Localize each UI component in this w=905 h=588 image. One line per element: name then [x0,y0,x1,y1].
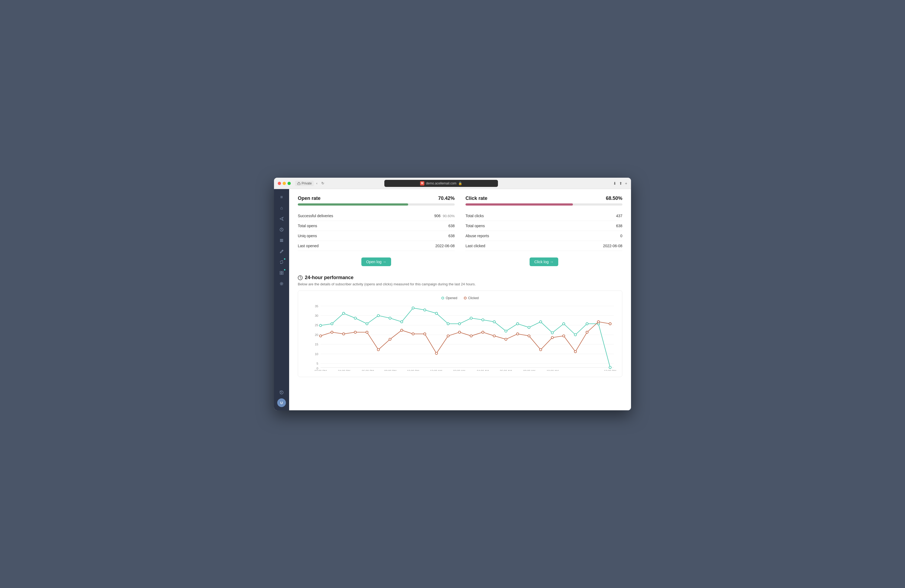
avatar[interactable]: U [277,398,286,407]
svg-rect-0 [297,183,300,185]
deliveries-value: 906 90.60% [434,214,455,218]
sidebar-item-settings[interactable] [277,279,286,289]
opened-dot [470,317,472,319]
open-rate-bar [298,203,408,205]
gear-icon [279,281,284,286]
last-opened-label: Last opened [298,244,319,248]
sidebar-item-automations[interactable] [277,225,286,235]
private-badge: Private [295,181,314,186]
open-rate-row-last-opened: Last opened 2022-06-08 [298,241,455,251]
open-rate-title: Open rate [298,195,321,201]
fullscreen-button[interactable] [287,182,291,185]
svg-text:12:00 AM: 12:00 AM [430,370,442,371]
browser-actions: ⬇ ⬆ + [613,181,627,186]
open-rate-row-total-opens: Total opens 638 [298,221,455,231]
stats-grid: Open rate 70.42% Successful deliveries 9… [298,195,622,266]
sidebar-item-lists[interactable] [277,235,286,245]
opened-dot [540,321,542,323]
click-rate-row-total-clicks: Total clicks 437 [465,211,622,221]
app-body: ≡ ⌂ [274,189,631,410]
clicked-dot [459,331,460,333]
svg-rect-4 [280,241,283,242]
open-rate-row-uniq-opens: Uniq opens 638 [298,231,455,241]
opened-legend-dot [441,297,444,299]
svg-rect-2 [280,239,283,240]
svg-text:08:00 AM: 08:00 AM [523,370,535,371]
perf-header: 24-hour performance [298,275,622,280]
svg-text:06:00 AM: 06:00 AM [500,370,512,371]
browser-bar: Private ‹ ↻ M demo.acellemail.com 🔒 ⬇ ⬆ … [274,178,631,189]
clicked-dot [447,335,449,337]
opened-dot [435,312,437,314]
sidebar-item-reports[interactable] [277,268,286,278]
refresh-button[interactable]: ↻ [320,181,325,186]
svg-text:04:00 AM: 04:00 AM [477,370,489,371]
opened-dot [609,366,611,369]
click-total-opens-label: Total opens [465,224,485,228]
sidebar-item-home[interactable]: ⌂ [277,203,286,213]
sidebar-item-sync[interactable] [277,257,286,267]
abuse-reports-value: 0 [620,234,622,238]
clicked-dot [586,331,588,333]
back-button[interactable]: ‹ [315,181,319,186]
svg-text:0: 0 [316,367,318,370]
svg-rect-3 [280,240,283,241]
svg-rect-6 [282,271,283,273]
clicked-dot [470,335,472,337]
svg-text:35: 35 [315,305,318,308]
history-icon [279,390,284,395]
svg-rect-8 [282,273,283,275]
svg-rect-5 [280,271,281,273]
clicked-dot [505,338,507,340]
total-opens-label: Total opens [298,224,317,228]
clicked-dot [343,333,345,335]
open-rate-header: Open rate 70.42% [298,195,455,201]
open-rate-bar-container [298,203,455,205]
sidebar-item-campaigns[interactable] [277,214,286,224]
sidebar-item-history[interactable] [277,388,286,397]
address-bar[interactable]: M demo.acellemail.com 🔒 [384,180,498,187]
open-log-button[interactable]: Open log → [361,257,391,266]
open-log-container: Open log → [298,253,455,266]
browser-window: Private ‹ ↻ M demo.acellemail.com 🔒 ⬇ ⬆ … [274,178,631,410]
svg-text:06:00 PM: 06:00 PM [362,370,374,371]
sidebar: ≡ ⌂ [274,189,289,410]
clicked-dot [493,335,495,337]
opened-dot [482,319,484,321]
svg-text:30: 30 [315,314,318,317]
click-log-button[interactable]: Click log → [530,257,559,266]
close-button[interactable] [278,182,281,185]
clicked-dot [400,329,403,331]
click-rate-bar [465,203,573,205]
deliveries-label: Successful deliveries [298,214,333,218]
nav-controls: Private ‹ ↻ [295,181,325,186]
clicked-dot [528,335,530,337]
chart-svg-wrapper: 35 30 25 20 15 10 5 0 [303,303,617,371]
traffic-lights [278,182,291,185]
clicked-dot [540,349,542,351]
click-total-opens-value: 638 [616,224,622,228]
svg-rect-7 [280,273,281,275]
send-icon [279,217,284,221]
sidebar-item-menu[interactable]: ≡ [277,192,286,202]
sidebar-item-editor[interactable] [277,246,286,256]
total-clicks-label: Total clicks [465,214,484,218]
opened-dot [412,307,414,309]
last-opened-value: 2022-06-08 [435,244,455,248]
minimize-button[interactable] [283,182,286,185]
perf-section: 24-hour performance Below are the detail… [298,275,622,377]
clicked-dot [366,331,368,333]
svg-text:10: 10 [315,353,318,356]
private-label: Private [302,181,311,185]
download-icon[interactable]: ⬇ [613,181,616,186]
clicked-dot [331,331,333,333]
svg-text:5: 5 [316,362,318,365]
clicked-dot [551,337,553,338]
clicked-dot [597,321,599,323]
new-tab-icon[interactable]: + [625,181,627,186]
click-rate-percent: 68.50% [606,195,622,201]
share-icon[interactable]: ⬆ [619,181,622,186]
click-rate-panel: Click rate 68.50% Total clicks 437 Total… [465,195,622,266]
opened-dot [516,323,519,325]
open-rate-percent: 70.42% [438,195,455,201]
